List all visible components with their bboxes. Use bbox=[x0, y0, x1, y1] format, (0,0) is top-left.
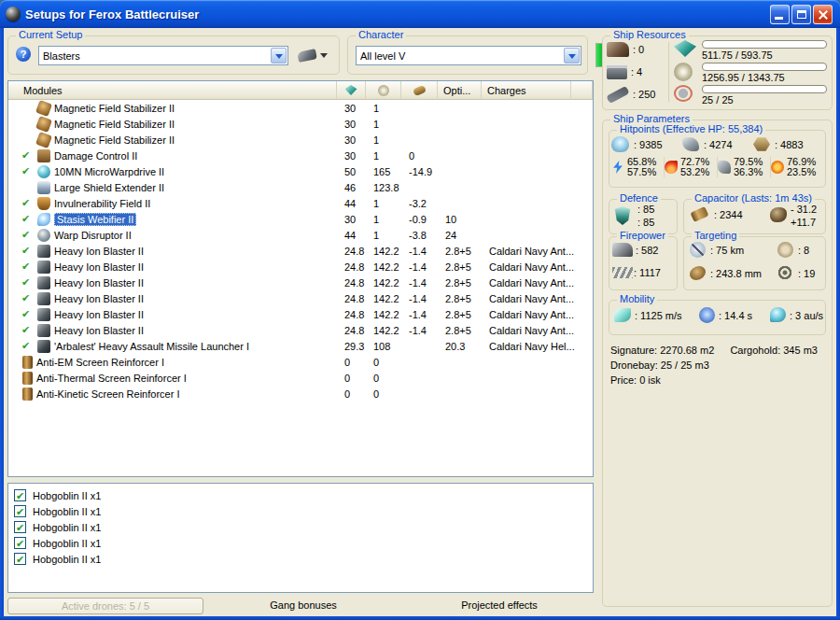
drone-row[interactable]: Hobgoblin II x1 bbox=[8, 503, 593, 519]
powergrid-column-header[interactable] bbox=[366, 81, 401, 99]
module-row[interactable]: Stasis Webifier II301-0.910 bbox=[8, 211, 593, 227]
module-row[interactable]: Warp Disruptor II441-3.824 bbox=[8, 227, 593, 243]
module-row[interactable]: Damage Control II3010 bbox=[8, 148, 593, 163]
module-name: Anti-EM Screen Reinforcer I bbox=[36, 357, 164, 368]
module-name-cell: Magnetic Field Stabilizer II bbox=[8, 100, 337, 116]
module-row[interactable]: Magnetic Field Stabilizer II301 bbox=[8, 132, 593, 148]
drones-listview[interactable]: Hobgoblin II x1Hobgoblin II x1Hobgoblin … bbox=[7, 483, 594, 593]
module-row[interactable]: Heavy Ion Blaster II24.8142.2-1.42.8+5Ca… bbox=[8, 243, 593, 259]
drone-row[interactable]: Hobgoblin II x1 bbox=[8, 535, 593, 551]
module-row[interactable]: 'Arbalest' Heavy Assault Missile Launche… bbox=[8, 338, 593, 354]
cpu-column-header[interactable] bbox=[337, 81, 366, 99]
align-time-icon bbox=[699, 307, 715, 323]
module-row[interactable]: 10MN MicroWarpdrive II50165-14.9 bbox=[8, 163, 593, 179]
character-combobox[interactable]: All level V bbox=[356, 46, 581, 65]
module-name-cell: Invulnerability Field II bbox=[8, 195, 337, 211]
chevron-down-icon[interactable] bbox=[564, 48, 580, 63]
max-targets-value: : 8 bbox=[798, 245, 809, 256]
drone-row[interactable]: Hobgoblin II x1 bbox=[8, 551, 593, 567]
capacitor-charge-icon bbox=[690, 206, 708, 222]
module-cpu-value: 0 bbox=[337, 388, 366, 400]
module-row[interactable]: Invulnerability Field II441-3.2 bbox=[8, 195, 593, 211]
module-pg-value: 1 bbox=[366, 150, 401, 162]
resist-value: 23.5% bbox=[787, 167, 816, 177]
drone-name: Hobgoblin II x1 bbox=[33, 522, 101, 533]
module-row[interactable]: Large Shield Extender II46123.8 bbox=[8, 179, 593, 195]
eft-window: Setups for Ferox Battlecruiser Current S… bbox=[0, 0, 840, 620]
signature-value: Signature: 2270.68 m2 bbox=[610, 343, 714, 358]
current-setup-group: Current Setup ? Blasters bbox=[7, 35, 340, 75]
scan-resolution-icon bbox=[690, 266, 706, 280]
help-icon[interactable]: ? bbox=[16, 47, 31, 62]
charges-column-header[interactable]: Charges bbox=[482, 81, 571, 99]
dronebay-icon bbox=[674, 85, 693, 102]
tab-projected-effects[interactable]: Projected effects bbox=[411, 598, 588, 614]
module-charges-value: Caldari Navy Ant... bbox=[482, 309, 571, 320]
module-pg-value: 1 bbox=[366, 198, 401, 209]
module-cpu-value: 44 bbox=[337, 198, 366, 209]
drone-row[interactable]: Hobgoblin II x1 bbox=[8, 519, 593, 535]
resist-value: 36.3% bbox=[734, 167, 763, 177]
module-opti-value: 2.8+5 bbox=[438, 309, 482, 320]
module-cap-value: -3.8 bbox=[401, 230, 438, 241]
ion-blaster-icon bbox=[37, 324, 50, 337]
structure-hp-value: : 4883 bbox=[775, 139, 804, 150]
maximize-button[interactable] bbox=[791, 5, 811, 24]
module-row[interactable]: Magnetic Field Stabilizer II301 bbox=[8, 116, 593, 132]
mobility-label: Mobility bbox=[617, 293, 657, 304]
module-pg-value: 1 bbox=[366, 230, 401, 241]
targeting-range-value: : 75 km bbox=[710, 245, 744, 256]
titlebar[interactable]: Setups for Ferox Battlecruiser bbox=[0, 0, 840, 28]
ship-menu-button[interactable] bbox=[298, 46, 337, 65]
module-name: 'Arbalest' Heavy Assault Missile Launche… bbox=[54, 341, 249, 352]
modules-listview[interactable]: Modules Opti... Charges Magnetic Field S… bbox=[7, 80, 594, 477]
price-value: Price: 0 isk bbox=[610, 373, 818, 388]
module-cap-value: -1.4 bbox=[401, 293, 438, 304]
module-row[interactable]: Heavy Ion Blaster II24.8142.2-1.42.8+5Ca… bbox=[8, 306, 593, 322]
drone-checkbox[interactable] bbox=[14, 505, 26, 517]
module-row[interactable]: Magnetic Field Stabilizer II301 bbox=[8, 100, 593, 116]
window-border-bottom bbox=[0, 616, 840, 620]
setup-combobox[interactable]: Blasters bbox=[38, 46, 288, 65]
modules-column-header[interactable]: Modules bbox=[8, 81, 337, 99]
module-row[interactable]: Anti-Kinetic Screen Reinforcer I00 bbox=[8, 386, 593, 402]
chevron-down-icon[interactable] bbox=[271, 48, 287, 63]
drone-checkbox[interactable] bbox=[14, 537, 26, 549]
module-row[interactable]: Anti-Thermal Screen Reinforcer I00 bbox=[8, 370, 593, 386]
active-check-icon bbox=[21, 324, 37, 336]
dronebay-capacity-value: Dronebay: 25 / 25 m3 bbox=[610, 358, 818, 373]
cpu-icon bbox=[345, 85, 357, 95]
module-cpu-value: 24.8 bbox=[337, 325, 366, 336]
module-name-cell: Heavy Ion Blaster II bbox=[8, 290, 337, 306]
module-opti-value: 2.8+5 bbox=[438, 293, 482, 304]
drone-checkbox[interactable] bbox=[14, 521, 26, 533]
module-pg-value: 142.2 bbox=[366, 309, 401, 320]
module-name-cell: Heavy Ion Blaster II bbox=[8, 322, 337, 338]
module-cap-value: -1.4 bbox=[401, 246, 438, 257]
powergrid-icon bbox=[674, 63, 693, 81]
targeting-group: Targeting : 75 km : 8 : 243.8 mm : 19 bbox=[683, 236, 826, 290]
drone-row[interactable]: Hobgoblin II x1 bbox=[8, 487, 593, 503]
powergrid-gauge bbox=[702, 63, 827, 71]
module-row[interactable]: Heavy Ion Blaster II24.8142.2-1.42.8+5Ca… bbox=[8, 322, 593, 338]
tab-active-drones[interactable]: Active drones: 5 / 5 bbox=[7, 598, 203, 614]
module-row[interactable]: Anti-EM Screen Reinforcer I00 bbox=[8, 354, 593, 370]
modules-header[interactable]: Modules Opti... Charges bbox=[8, 81, 593, 100]
module-name-cell: Anti-Thermal Screen Reinforcer I bbox=[8, 370, 337, 386]
minimize-button[interactable] bbox=[770, 5, 790, 24]
tab-gang-bonuses[interactable]: Gang bonuses bbox=[215, 598, 392, 614]
close-button[interactable] bbox=[813, 5, 833, 24]
module-row[interactable]: Heavy Ion Blaster II24.8142.2-1.42.8+5Ca… bbox=[8, 290, 593, 306]
optimal-column-header[interactable]: Opti... bbox=[438, 81, 482, 99]
drone-checkbox[interactable] bbox=[14, 553, 26, 565]
drone-checkbox[interactable] bbox=[14, 489, 26, 501]
microwarpdrive-icon bbox=[37, 165, 50, 178]
module-cpu-value: 0 bbox=[337, 373, 366, 384]
module-name: Large Shield Extender II bbox=[54, 182, 164, 193]
active-check-icon bbox=[21, 213, 37, 225]
module-row[interactable]: Heavy Ion Blaster II24.8142.2-1.42.8+5Ca… bbox=[8, 259, 593, 275]
turret-hardpoint-icon bbox=[607, 42, 629, 57]
module-row[interactable]: Heavy Ion Blaster II24.8142.2-1.42.8+5Ca… bbox=[8, 275, 593, 290]
capacitor-column-header[interactable] bbox=[401, 81, 438, 99]
module-opti-value: 24 bbox=[438, 230, 482, 241]
